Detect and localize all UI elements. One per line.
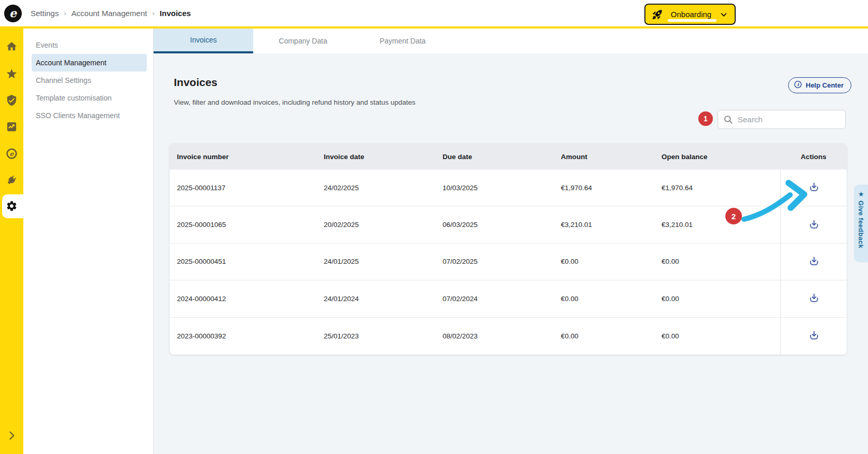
table-header-row: Invoice number Invoice date Due date Amo… (170, 144, 847, 169)
cell-invoice-date: 24/02/2025 (324, 184, 443, 192)
breadcrumb-invoices: Invoices (160, 9, 191, 18)
app-window: e Settings › Account Management › Invoic… (0, 0, 868, 454)
star-icon: ★ (858, 191, 864, 197)
primary-sidebar: e (0, 29, 23, 454)
cell-amount: €0.00 (561, 258, 662, 265)
shield-check-icon[interactable] (6, 94, 18, 106)
cell-invoice-number: 2025-00001137 (177, 184, 324, 192)
cell-amount: €0.00 (561, 332, 662, 340)
tab-invoices[interactable]: Invoices (154, 29, 253, 53)
breadcrumb-separator-icon: › (152, 9, 154, 17)
column-actions: Actions (780, 153, 847, 161)
sidebar-item-events[interactable]: Events (32, 36, 147, 54)
table-row: 2025-00000451 24/01/2025 07/02/2025 €0.0… (170, 244, 847, 280)
brand-e-icon[interactable]: e (6, 148, 18, 160)
page-title: Invoices (174, 76, 217, 89)
table-row: 2024-00000412 24/01/2024 07/02/2024 €0.0… (170, 280, 847, 317)
sidebar-item-sso-clients[interactable]: SSO Clients Management (32, 107, 147, 124)
give-feedback-tab[interactable]: ★ Give feedback (854, 185, 868, 262)
download-icon (808, 292, 820, 305)
column-invoice-number: Invoice number (177, 153, 324, 161)
cell-open-balance: €0.00 (662, 332, 780, 340)
cell-due-date: 10/03/2025 (443, 184, 561, 192)
cell-due-date: 07/02/2025 (443, 258, 561, 265)
onboarding-button[interactable]: Onboarding (644, 4, 736, 25)
invoices-table: Invoice number Invoice date Due date Amo… (170, 144, 847, 354)
info-icon: i (794, 80, 802, 90)
star-icon[interactable] (6, 68, 18, 80)
annotation-badge-2: 2 (725, 208, 742, 224)
home-icon[interactable] (6, 40, 18, 52)
tab-payment-data[interactable]: Payment Data (353, 29, 452, 53)
download-icon (808, 219, 820, 231)
page-description: View, filter and download invoices, incl… (174, 98, 416, 106)
table-row: 2025-00001065 20/02/2025 06/03/2025 €3,2… (170, 206, 847, 243)
onboarding-label: Onboarding (668, 10, 714, 19)
plug-icon[interactable] (6, 174, 18, 186)
search-box (718, 110, 846, 129)
chevron-down-icon (719, 10, 728, 19)
download-icon (808, 181, 820, 194)
sidebar-item-channel-settings[interactable]: Channel Settings (32, 72, 147, 89)
download-invoice-button[interactable] (806, 254, 822, 269)
cell-invoice-number: 2025-00000451 (177, 258, 324, 265)
tab-bar: Invoices Company Data Payment Data (154, 29, 868, 53)
cell-due-date: 07/02/2024 (443, 295, 561, 303)
cell-invoice-date: 25/01/2023 (324, 332, 443, 340)
onboarding-progress-bar (668, 19, 717, 22)
sidebar-item-template-customisation[interactable]: Template customisation (32, 89, 147, 107)
table-row: 2023-00000392 25/01/2023 08/02/2023 €0.0… (170, 318, 847, 354)
download-invoice-button[interactable] (806, 328, 822, 344)
sidebar-item-settings-active[interactable] (2, 194, 25, 218)
cell-open-balance: €0.00 (662, 258, 780, 265)
help-center-label: Help Center (806, 81, 844, 89)
download-invoice-button[interactable] (806, 217, 822, 233)
main-content: Invoices Company Data Payment Data Invoi… (154, 29, 868, 454)
cell-due-date: 06/03/2025 (443, 221, 561, 229)
cell-invoice-number: 2025-00001065 (177, 221, 324, 229)
download-icon (808, 256, 820, 268)
download-invoice-button[interactable] (806, 291, 822, 306)
chevron-right-icon[interactable] (6, 430, 18, 442)
cell-invoice-number: 2023-00000392 (177, 332, 324, 340)
svg-text:i: i (797, 82, 799, 87)
help-center-button[interactable]: i Help Center (788, 77, 851, 93)
column-amount: Amount (561, 153, 662, 161)
cell-open-balance: €1,970.64 (662, 184, 780, 192)
column-open-balance: Open balance (662, 153, 780, 161)
breadcrumb-account-management[interactable]: Account Management (72, 9, 147, 18)
table-row: 2025-00001137 24/02/2025 10/03/2025 €1,9… (170, 169, 847, 206)
tab-company-data[interactable]: Company Data (253, 29, 353, 53)
settings-sidebar: Events Account Management Channel Settin… (23, 29, 154, 454)
cell-invoice-date: 24/01/2025 (324, 258, 443, 265)
cell-invoice-number: 2024-00000412 (177, 295, 324, 303)
column-invoice-date: Invoice date (324, 153, 443, 161)
download-icon (808, 330, 820, 342)
svg-text:e: e (10, 150, 15, 158)
cell-open-balance: €3,210.01 (662, 221, 780, 229)
rocket-icon (652, 9, 663, 20)
search-icon (723, 115, 733, 124)
cell-amount: €1,970.64 (561, 184, 662, 192)
give-feedback-label: Give feedback (857, 201, 865, 248)
download-invoice-button[interactable] (806, 180, 822, 195)
breadcrumb-separator-icon: › (64, 9, 66, 17)
cell-due-date: 08/02/2023 (443, 332, 561, 340)
cell-amount: €3,210.01 (561, 221, 662, 229)
cell-amount: €0.00 (561, 295, 662, 303)
breadcrumb-settings[interactable]: Settings (31, 9, 59, 18)
column-due-date: Due date (443, 153, 561, 161)
annotation-badge-1: 1 (698, 111, 713, 126)
breadcrumb: Settings › Account Management › Invoices (31, 0, 191, 26)
sidebar-item-account-management[interactable]: Account Management (32, 54, 147, 72)
brand-logo[interactable]: e (4, 5, 22, 22)
topbar: e Settings › Account Management › Invoic… (0, 0, 868, 29)
search-input[interactable] (738, 115, 840, 124)
gear-icon (6, 200, 18, 212)
chart-icon[interactable] (6, 121, 18, 133)
cell-open-balance: €0.00 (662, 295, 780, 303)
cell-invoice-date: 24/01/2024 (324, 295, 443, 303)
cell-invoice-date: 20/02/2025 (324, 221, 443, 229)
